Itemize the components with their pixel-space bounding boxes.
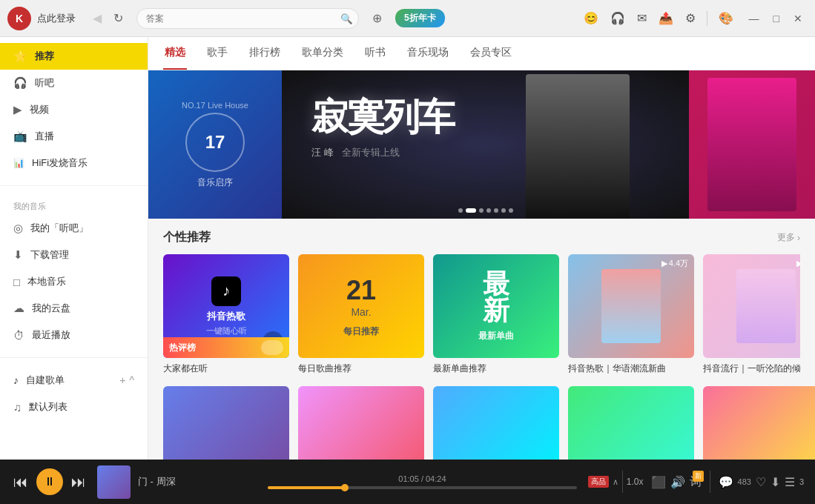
tab-artists[interactable]: 歌手 (205, 37, 229, 70)
tab-live-music[interactable]: 音乐现场 (406, 37, 450, 70)
girl-image (601, 269, 661, 343)
minimize-button[interactable]: — (744, 10, 765, 27)
personal-recommend-section: 个性推荐 更多 › ♪ 抖音热歌 (148, 219, 815, 386)
quality-arrow[interactable]: ∧ (613, 477, 618, 487)
maximize-button[interactable]: □ (768, 10, 785, 27)
separator-2 (710, 471, 710, 493)
headphone-icon-button[interactable]: 🎧 (607, 8, 628, 28)
prev-button[interactable]: ⏮ (11, 471, 30, 493)
sidebar-item-taba[interactable]: 🎧 听吧 (0, 70, 148, 96)
close-button[interactable]: ✕ (788, 10, 808, 27)
playlist-icon: ♫ (13, 401, 22, 414)
playlist-item-girl[interactable]: ▶ 4.4万 抖音热歌｜华语潮流新曲 (568, 254, 694, 375)
comment-count: 483 (738, 477, 751, 486)
banner-main[interactable]: 寂寞列车 汪 峰 全新专辑上线 (282, 70, 689, 219)
dot-2[interactable] (466, 208, 476, 213)
pause-button[interactable]: ⏸ (36, 468, 63, 495)
progress-bar[interactable] (268, 486, 577, 489)
download-icon: ⬇ (13, 248, 23, 262)
tab-featured[interactable]: 精选 (163, 37, 187, 70)
new-label: 最新单曲 (478, 330, 514, 342)
tab-charts[interactable]: 排行榜 (248, 37, 282, 70)
diy-actions: + ^ (119, 374, 134, 386)
next-button[interactable]: ⏭ (69, 471, 88, 493)
tiktok-logo: ♪ (211, 276, 241, 306)
mail-icon-button[interactable]: ✉ (634, 8, 650, 28)
dot-1[interactable] (458, 208, 463, 213)
playlist-cover-daily: 21 Mar. 每日推荐 (298, 254, 424, 358)
collapse-button[interactable]: ^ (129, 374, 134, 386)
top-icons: 😊 🎧 ✉ 📤 ⚙ 🎨 (581, 8, 736, 28)
playlist-grid: ♪ 抖音热歌 一键随心听 ↻ 热评榜 (163, 254, 800, 375)
screen-button[interactable]: ⬛ (651, 475, 666, 489)
dot-4[interactable] (486, 208, 491, 213)
speed-control[interactable]: 1.0x (627, 477, 644, 487)
like-button[interactable]: ♡ (756, 475, 766, 489)
bottom-item-3[interactable] (433, 386, 559, 460)
dot-5[interactable] (494, 208, 498, 213)
comment-button[interactable]: 💬 (719, 475, 733, 489)
lyrics-button[interactable]: 词 新 (690, 474, 702, 490)
sidebar-item-cloud[interactable]: ☁ 我的云盘 (0, 295, 148, 322)
quality-badge[interactable]: 高品 (588, 476, 609, 488)
bottom-item-4[interactable] (568, 386, 694, 460)
bottom-item-1[interactable] (163, 386, 289, 460)
sidebar-item-video[interactable]: ▶ 视频 (0, 96, 148, 123)
tab-audiobooks[interactable]: 听书 (363, 37, 387, 70)
more-link[interactable]: 更多 › (777, 231, 800, 244)
tab-categories[interactable]: 歌单分类 (300, 37, 345, 70)
bottom-item-5[interactable] (703, 386, 815, 460)
time-display: 01:05 / 04:24 (268, 474, 577, 483)
player-right-controls: ⬛ 🔊 词 新 💬 483 ♡ ⬇ ☰ 3 (651, 471, 804, 493)
banner-figure (526, 74, 630, 219)
sidebar-item-live[interactable]: 📺 直播 (0, 123, 148, 150)
playlist-item-new-singles[interactable]: 最 新 最新单曲 最新单曲推荐 (433, 254, 559, 375)
progress-thumb[interactable] (341, 484, 349, 491)
sidebar-item-default-list[interactable]: ♫ 默认列表 (0, 394, 148, 420)
dot-7[interactable] (509, 208, 513, 213)
nav-tabs: 精选 歌手 排行榜 歌单分类 听书 音乐现场 会员专区 (148, 37, 815, 70)
tab-vip[interactable]: 会员专区 (469, 37, 513, 70)
sidebar-item-tingsection[interactable]: ◎ 我的「听吧」 (0, 215, 148, 242)
hifi-icon: 📊 (13, 158, 24, 168)
play-count-5: ▶ 6.8万 (796, 258, 800, 269)
bottom-item-2[interactable] (298, 386, 424, 460)
volume-button[interactable]: 🔊 (670, 475, 685, 489)
back-button[interactable]: ◀ (87, 7, 108, 29)
refresh-button[interactable]: ↻ (108, 7, 129, 29)
sidebar-diy-header[interactable]: ♪ 自建歌单 + ^ (0, 367, 148, 394)
banner-left[interactable]: NO.17 Live House 17 音乐启序 (148, 70, 282, 219)
skin-icon-button[interactable]: 🎨 (716, 8, 736, 28)
sidebar-item-hifi[interactable]: 📊 HiFi发烧音乐 (0, 150, 148, 176)
banner-right[interactable] (689, 70, 815, 219)
playlist-item-tiktok2[interactable]: ♪ ▶ 6.8万 抖音流行｜一听沦陷的倾心旋律 (703, 254, 800, 375)
expand-button[interactable]: ⊕ (366, 7, 388, 29)
banner-section: NO.17 Live House 17 音乐启序 寂寞列车 (148, 70, 815, 219)
playlist-item-daily[interactable]: 21 Mar. 每日推荐 每日歌曲推荐 (298, 254, 424, 375)
play-count-4: ▶ 4.4万 (661, 258, 688, 269)
sidebar-item-recent[interactable]: ⏱ 最近播放 (0, 322, 148, 348)
sidebar-item-local[interactable]: □ 本地音乐 (0, 268, 148, 295)
search-icon-button[interactable]: 🔍 (340, 13, 353, 24)
settings-icon-button[interactable]: ⚙ (682, 8, 699, 28)
dot-3[interactable] (479, 208, 484, 213)
playlist-item-tiktok-hot[interactable]: ♪ 抖音热歌 一键随心听 ↻ 热评榜 (163, 254, 289, 375)
daily-label: 每日推荐 (343, 325, 379, 338)
playlist-cover-girl: ▶ 4.4万 (568, 254, 694, 358)
user-icon-button[interactable]: 😊 (581, 8, 601, 28)
sidebar-item-download[interactable]: ⬇ 下载管理 (0, 242, 148, 268)
add-playlist-button[interactable]: + (119, 374, 125, 386)
download-song-button[interactable]: ⬇ (771, 475, 780, 489)
window-controls: — □ ✕ (744, 10, 808, 27)
promo-badge[interactable]: 5折年卡 (395, 9, 445, 27)
sidebar: ⭐ 推荐 🎧 听吧 ▶ 视频 📺 直播 📊 HiFi发烧音乐 (0, 37, 148, 460)
login-button[interactable]: 点此登录 (37, 12, 76, 25)
playlist-queue-button[interactable]: ☰ (785, 475, 795, 489)
sidebar-item-recommend[interactable]: ⭐ 推荐 (0, 43, 148, 70)
player-controls: ⏮ ⏸ ⏭ (11, 468, 88, 495)
thumb-image (97, 465, 131, 499)
upload-icon-button[interactable]: 📤 (656, 8, 676, 28)
search-input[interactable] (136, 8, 359, 29)
playlist-name-2: 每日歌曲推荐 (298, 362, 424, 375)
dot-6[interactable] (501, 208, 506, 213)
